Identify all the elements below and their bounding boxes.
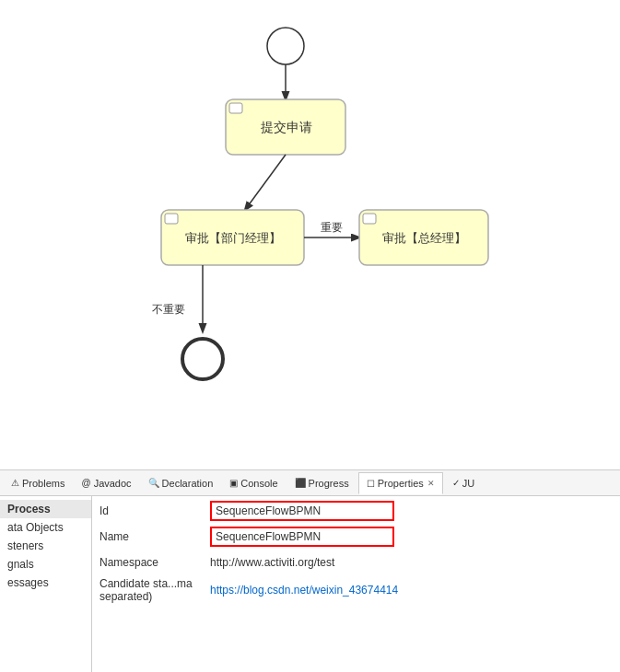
sidebar-item-process[interactable]: Process [0,500,91,518]
sidebar-messages-label: essages [7,576,49,589]
panel-content: Id Name Namespace http://www.activiti.or… [92,496,620,672]
flow-task1-task2 [245,155,286,210]
bottom-panel: ⚠ Problems @ Javadoc 🔍 Declaration ▣ Con… [0,469,620,672]
id-label: Id [99,504,210,517]
tab-bar: ⚠ Problems @ Javadoc 🔍 Declaration ▣ Con… [0,470,620,496]
sidebar-item-listeners[interactable]: steners [0,537,91,555]
task-dept-mgr-label: 审批【部门经理】 [185,231,281,245]
svg-rect-1 [165,214,178,224]
sidebar-item-signals[interactable]: gnals [0,555,91,574]
tab-properties-close[interactable]: ✕ [427,479,435,488]
tab-properties[interactable]: ☐ Properties ✕ [358,472,443,494]
namespace-value: http://www.activiti.org/test [210,556,613,569]
prop-row-id: Id [99,500,613,522]
tab-declaration-label: Declaration [162,478,214,489]
prop-row-namespace: Namespace http://www.activiti.org/test [99,551,613,574]
sidebar-item-data-objects[interactable]: ata Objects [0,518,91,537]
prop-row-candidate: Candidate sta...ma separated) https://bl… [99,577,613,603]
namespace-label: Namespace [99,556,210,569]
sidebar-signals-label: gnals [7,558,34,571]
tab-console-label: Console [240,478,277,489]
svg-rect-2 [363,214,376,224]
progress-icon: ⬛ [295,478,306,488]
tab-javadoc-label: Javadoc [94,478,132,489]
name-label: Name [99,530,210,543]
panel-body: Process ata Objects steners gnals essage… [0,496,620,672]
candidate-link[interactable]: https://blog.csdn.net/weixin_43674414 [210,584,398,597]
id-input[interactable] [210,501,394,521]
tab-junit[interactable]: ✓ JU [445,472,482,494]
tab-javadoc[interactable]: @ Javadoc [74,472,138,494]
end-event[interactable] [182,339,223,379]
prop-row-name: Name [99,526,613,548]
task-gm-label: 审批【总经理】 [382,231,466,245]
sidebar-listeners-label: steners [7,539,43,552]
task-submit-label: 提交申请 [261,120,312,134]
javadoc-icon: @ [81,478,90,488]
tab-declaration[interactable]: 🔍 Declaration [141,472,221,494]
sidebar-item-messages[interactable]: essages [0,574,91,592]
sidebar-data-objects-label: ata Objects [7,521,64,534]
name-input[interactable] [210,527,394,547]
panel-sidebar: Process ata Objects steners gnals essage… [0,496,92,672]
tab-junit-label: JU [462,478,474,489]
problems-icon: ⚠ [11,478,19,488]
svg-rect-0 [229,103,242,113]
bpmn-diagram: 提交申请 审批【部门经理】 重要 审批【总经理】 不重要 [0,0,620,469]
tab-problems[interactable]: ⚠ Problems [4,472,72,494]
tab-progress-label: Progress [309,478,349,489]
diagram-area: 提交申请 审批【部门经理】 重要 审批【总经理】 不重要 [0,0,620,469]
console-icon: ▣ [229,478,238,488]
junit-icon: ✓ [452,478,460,488]
sidebar-process-label: Process [7,503,51,516]
flow-label-unimportant: 不重要 [152,303,185,316]
tab-console[interactable]: ▣ Console [222,472,285,494]
flow-label-important: 重要 [321,221,343,234]
candidate-label: Candidate sta...ma separated) [99,577,210,603]
tab-progress[interactable]: ⬛ Progress [287,472,357,494]
properties-icon: ☐ [367,479,375,489]
start-event[interactable] [267,28,304,64]
tab-properties-label: Properties [378,478,424,489]
declaration-icon: 🔍 [148,478,159,488]
tab-problems-label: Problems [22,478,64,489]
